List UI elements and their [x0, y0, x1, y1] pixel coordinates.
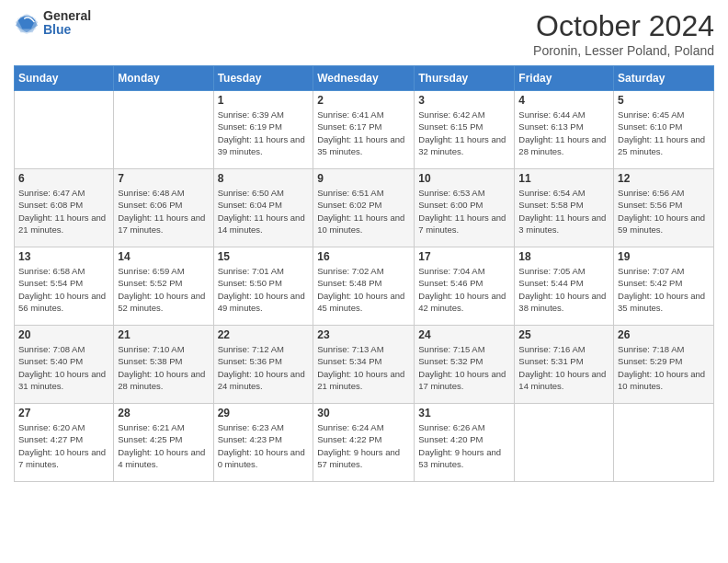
location-title: Poronin, Lesser Poland, Poland [533, 43, 714, 58]
day-number: 29 [218, 407, 310, 419]
day-info: Sunrise: 6:44 AM Sunset: 6:13 PM Dayligh… [518, 109, 609, 157]
day-number: 3 [418, 94, 510, 107]
day-info: Sunrise: 7:07 AM Sunset: 5:42 PM Dayligh… [618, 265, 710, 314]
day-info: Sunrise: 6:48 AM Sunset: 6:06 PM Dayligh… [118, 187, 209, 236]
calendar-cell: 21Sunrise: 7:10 AM Sunset: 5:38 PM Dayli… [114, 326, 213, 404]
day-info: Sunrise: 6:39 AM Sunset: 6:19 PM Dayligh… [218, 109, 310, 157]
day-number: 1 [218, 94, 310, 107]
day-number: 8 [218, 172, 310, 185]
calendar-cell: 10Sunrise: 6:53 AM Sunset: 6:00 PM Dayli… [415, 169, 515, 247]
calendar-cell: 23Sunrise: 7:13 AM Sunset: 5:34 PM Dayli… [313, 326, 415, 404]
weekday-header-thursday: Thursday [415, 66, 515, 91]
calendar-week-row: 6Sunrise: 6:47 AM Sunset: 6:08 PM Daylig… [15, 169, 714, 247]
calendar-cell: 24Sunrise: 7:15 AM Sunset: 5:32 PM Dayli… [415, 326, 515, 404]
calendar-cell: 22Sunrise: 7:12 AM Sunset: 5:36 PM Dayli… [213, 326, 313, 404]
day-info: Sunrise: 6:59 AM Sunset: 5:52 PM Dayligh… [118, 265, 209, 314]
calendar-cell [614, 404, 714, 482]
calendar-week-row: 13Sunrise: 6:58 AM Sunset: 5:54 PM Dayli… [15, 247, 714, 326]
day-info: Sunrise: 6:56 AM Sunset: 5:56 PM Dayligh… [618, 187, 710, 236]
day-info: Sunrise: 7:10 AM Sunset: 5:38 PM Dayligh… [118, 343, 209, 392]
calendar-cell: 3Sunrise: 6:42 AM Sunset: 6:15 PM Daylig… [415, 91, 515, 169]
calendar-cell [114, 91, 213, 169]
day-number: 16 [317, 250, 410, 263]
day-info: Sunrise: 6:42 AM Sunset: 6:15 PM Dayligh… [418, 109, 510, 157]
day-number: 9 [317, 172, 410, 185]
page: General Blue October 2024 Poronin, Lesse… [0, 0, 728, 563]
day-number: 7 [118, 172, 209, 185]
calendar-cell: 26Sunrise: 7:18 AM Sunset: 5:29 PM Dayli… [614, 326, 714, 404]
day-number: 21 [118, 328, 209, 341]
logo-general-text: General [43, 9, 91, 23]
day-number: 27 [18, 407, 109, 419]
logo-icon [14, 10, 40, 36]
day-number: 28 [118, 407, 209, 419]
day-number: 6 [18, 172, 109, 185]
calendar-cell: 1Sunrise: 6:39 AM Sunset: 6:19 PM Daylig… [213, 91, 313, 169]
calendar-week-row: 27Sunrise: 6:20 AM Sunset: 4:27 PM Dayli… [15, 404, 714, 482]
day-number: 17 [418, 250, 510, 263]
day-info: Sunrise: 7:05 AM Sunset: 5:44 PM Dayligh… [518, 265, 609, 314]
calendar-cell: 15Sunrise: 7:01 AM Sunset: 5:50 PM Dayli… [213, 247, 313, 326]
calendar-cell: 31Sunrise: 6:26 AM Sunset: 4:20 PM Dayli… [415, 404, 515, 482]
day-number: 30 [317, 407, 410, 419]
weekday-header-friday: Friday [515, 66, 614, 91]
day-info: Sunrise: 6:20 AM Sunset: 4:27 PM Dayligh… [18, 421, 109, 470]
day-info: Sunrise: 6:41 AM Sunset: 6:17 PM Dayligh… [317, 109, 410, 157]
weekday-header-saturday: Saturday [614, 66, 714, 91]
day-number: 26 [618, 328, 710, 341]
calendar-week-row: 1Sunrise: 6:39 AM Sunset: 6:19 PM Daylig… [15, 91, 714, 169]
day-info: Sunrise: 6:47 AM Sunset: 6:08 PM Dayligh… [18, 187, 109, 236]
calendar-cell [515, 404, 614, 482]
calendar-cell: 8Sunrise: 6:50 AM Sunset: 6:04 PM Daylig… [213, 169, 313, 247]
calendar-cell: 5Sunrise: 6:45 AM Sunset: 6:10 PM Daylig… [614, 91, 714, 169]
day-info: Sunrise: 6:21 AM Sunset: 4:25 PM Dayligh… [118, 421, 209, 470]
day-number: 20 [18, 328, 109, 341]
title-section: October 2024 Poronin, Lesser Poland, Pol… [533, 9, 714, 58]
calendar-cell: 6Sunrise: 6:47 AM Sunset: 6:08 PM Daylig… [15, 169, 114, 247]
weekday-header-monday: Monday [114, 66, 213, 91]
calendar-cell: 2Sunrise: 6:41 AM Sunset: 6:17 PM Daylig… [313, 91, 415, 169]
calendar-cell: 9Sunrise: 6:51 AM Sunset: 6:02 PM Daylig… [313, 169, 415, 247]
weekday-header-row: SundayMondayTuesdayWednesdayThursdayFrid… [15, 66, 714, 91]
calendar-cell: 19Sunrise: 7:07 AM Sunset: 5:42 PM Dayli… [614, 247, 714, 326]
weekday-header-sunday: Sunday [15, 66, 114, 91]
month-title: October 2024 [533, 9, 714, 43]
day-info: Sunrise: 6:23 AM Sunset: 4:23 PM Dayligh… [218, 421, 310, 470]
day-number: 14 [118, 250, 209, 263]
day-info: Sunrise: 6:26 AM Sunset: 4:20 PM Dayligh… [418, 421, 510, 470]
day-info: Sunrise: 7:15 AM Sunset: 5:32 PM Dayligh… [418, 343, 510, 392]
day-number: 22 [218, 328, 310, 341]
calendar-cell: 16Sunrise: 7:02 AM Sunset: 5:48 PM Dayli… [313, 247, 415, 326]
day-number: 13 [18, 250, 109, 263]
calendar-cell [15, 91, 114, 169]
day-number: 25 [518, 328, 609, 341]
calendar-cell: 18Sunrise: 7:05 AM Sunset: 5:44 PM Dayli… [515, 247, 614, 326]
calendar-cell: 17Sunrise: 7:04 AM Sunset: 5:46 PM Dayli… [415, 247, 515, 326]
day-info: Sunrise: 7:02 AM Sunset: 5:48 PM Dayligh… [317, 265, 410, 314]
header: General Blue October 2024 Poronin, Lesse… [14, 9, 714, 58]
day-info: Sunrise: 6:54 AM Sunset: 5:58 PM Dayligh… [518, 187, 609, 236]
day-info: Sunrise: 7:12 AM Sunset: 5:36 PM Dayligh… [218, 343, 310, 392]
logo-blue-text: Blue [43, 23, 91, 37]
day-number: 12 [618, 172, 710, 185]
calendar-cell: 13Sunrise: 6:58 AM Sunset: 5:54 PM Dayli… [15, 247, 114, 326]
day-number: 4 [518, 94, 609, 107]
day-info: Sunrise: 6:45 AM Sunset: 6:10 PM Dayligh… [618, 109, 710, 157]
day-info: Sunrise: 6:58 AM Sunset: 5:54 PM Dayligh… [18, 265, 109, 314]
calendar-cell: 30Sunrise: 6:24 AM Sunset: 4:22 PM Dayli… [313, 404, 415, 482]
calendar-cell: 12Sunrise: 6:56 AM Sunset: 5:56 PM Dayli… [614, 169, 714, 247]
calendar-table: SundayMondayTuesdayWednesdayThursdayFrid… [14, 65, 714, 482]
day-info: Sunrise: 6:53 AM Sunset: 6:00 PM Dayligh… [418, 187, 510, 236]
day-info: Sunrise: 7:16 AM Sunset: 5:31 PM Dayligh… [518, 343, 609, 392]
day-info: Sunrise: 7:01 AM Sunset: 5:50 PM Dayligh… [218, 265, 310, 314]
weekday-header-wednesday: Wednesday [313, 66, 415, 91]
day-number: 24 [418, 328, 510, 341]
calendar-week-row: 20Sunrise: 7:08 AM Sunset: 5:40 PM Dayli… [15, 326, 714, 404]
logo-text: General Blue [43, 9, 91, 38]
day-info: Sunrise: 7:04 AM Sunset: 5:46 PM Dayligh… [418, 265, 510, 314]
calendar-cell: 7Sunrise: 6:48 AM Sunset: 6:06 PM Daylig… [114, 169, 213, 247]
day-info: Sunrise: 6:24 AM Sunset: 4:22 PM Dayligh… [317, 421, 410, 470]
day-number: 19 [618, 250, 710, 263]
day-info: Sunrise: 6:50 AM Sunset: 6:04 PM Dayligh… [218, 187, 310, 236]
calendar-cell: 29Sunrise: 6:23 AM Sunset: 4:23 PM Dayli… [213, 404, 313, 482]
